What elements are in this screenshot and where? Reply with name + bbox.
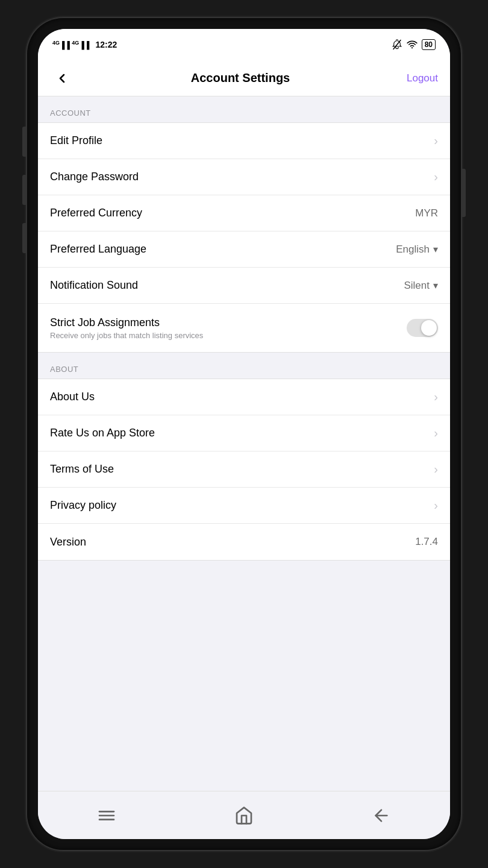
back-button[interactable] — [50, 66, 74, 90]
privacy-policy-item[interactable]: Privacy policy › — [38, 488, 450, 524]
change-password-chevron: › — [434, 170, 438, 184]
network-indicator: 4G▐▐ 4G▐▐ — [52, 40, 89, 49]
about-settings-list: About Us › Rate Us on App Store › — [38, 379, 450, 561]
terms-of-use-item[interactable]: Terms of Use › — [38, 451, 450, 488]
notification-sound-item[interactable]: Notification Sound Silent ▾ — [38, 268, 450, 304]
menu-nav-button[interactable] — [89, 797, 125, 834]
wifi-icon — [406, 39, 418, 50]
privacy-policy-chevron: › — [434, 498, 438, 512]
preferred-language-item[interactable]: Preferred Language English ▾ — [38, 231, 450, 268]
bottom-nav — [38, 791, 450, 839]
preferred-language-label: Preferred Language — [50, 243, 146, 255]
version-value: 1.7.4 — [415, 536, 438, 548]
battery-indicator: 80 — [422, 39, 436, 50]
version-item: Version 1.7.4 — [38, 524, 450, 560]
edit-profile-chevron: › — [434, 134, 438, 148]
status-right: 80 — [392, 39, 436, 50]
terms-of-use-chevron: › — [434, 462, 438, 476]
preferred-language-dropdown-icon: ▾ — [433, 244, 438, 255]
home-icon — [234, 806, 254, 825]
rate-us-label: Rate Us on App Store — [50, 427, 155, 439]
strict-job-assignments-item[interactable]: Strict Job Assignments Receive only jobs… — [38, 304, 450, 352]
time: 12:22 — [95, 40, 117, 49]
toggle-knob — [421, 320, 437, 336]
notification-sound-dropdown-icon: ▾ — [433, 280, 438, 291]
edit-profile-label: Edit Profile — [50, 134, 102, 146]
strict-job-sublabel: Receive only jobs that match listing ser… — [50, 331, 407, 340]
settings-content: ACCOUNT Edit Profile › Change Password — [38, 96, 450, 791]
preferred-language-value: English — [396, 244, 430, 256]
page-title: Account Settings — [191, 71, 290, 85]
status-bar: 4G▐▐ 4G▐▐ 12:22 80 — [38, 29, 450, 60]
menu-icon — [97, 806, 116, 825]
rate-us-item[interactable]: Rate Us on App Store › — [38, 415, 450, 451]
terms-of-use-label: Terms of Use — [50, 463, 114, 475]
back-icon — [372, 806, 391, 825]
notification-sound-label: Notification Sound — [50, 279, 138, 291]
notification-off-icon — [392, 39, 402, 50]
nav-header: Account Settings Logout — [38, 60, 450, 96]
change-password-item[interactable]: Change Password › — [38, 159, 450, 195]
account-section-header: ACCOUNT — [38, 96, 450, 122]
strict-job-toggle[interactable] — [407, 319, 438, 337]
notification-sound-value: Silent — [404, 280, 430, 292]
svg-point-0 — [411, 47, 413, 48]
logout-button[interactable]: Logout — [407, 72, 438, 84]
account-settings-list: Edit Profile › Change Password › — [38, 122, 450, 353]
edit-profile-item[interactable]: Edit Profile › — [38, 123, 450, 159]
about-us-chevron: › — [434, 390, 438, 404]
preferred-currency-value: MYR — [415, 207, 438, 219]
status-left: 4G▐▐ 4G▐▐ 12:22 — [52, 40, 117, 49]
about-us-label: About Us — [50, 391, 95, 403]
preferred-currency-item[interactable]: Preferred Currency MYR — [38, 195, 450, 231]
privacy-policy-label: Privacy policy — [50, 499, 116, 511]
strict-job-label: Strict Job Assignments — [50, 316, 160, 329]
rate-us-chevron: › — [434, 426, 438, 440]
preferred-currency-label: Preferred Currency — [50, 207, 142, 219]
change-password-label: Change Password — [50, 171, 139, 183]
about-us-item[interactable]: About Us › — [38, 379, 450, 415]
home-nav-button[interactable] — [226, 797, 262, 834]
back-nav-button[interactable] — [363, 797, 399, 834]
version-label: Version — [50, 536, 86, 548]
about-section-header: ABOUT — [38, 353, 450, 379]
